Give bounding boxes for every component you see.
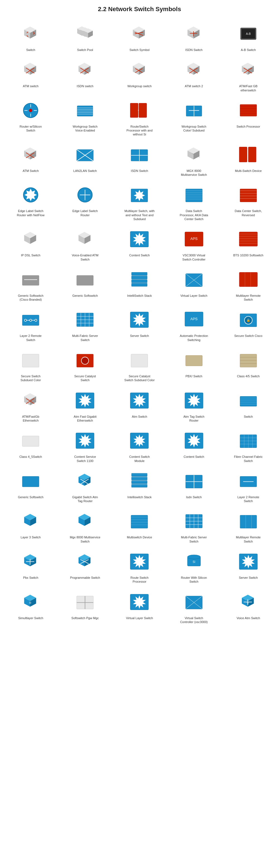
icon-wrap-64: [181, 508, 207, 534]
symbol-label-35: Multilayer Remote Switch: [233, 294, 264, 302]
symbol-item-56: Generic Softswitch: [4, 467, 57, 505]
symbol-label-73: Virtual Layer Switch: [126, 616, 153, 620]
svg-rect-162: [186, 355, 203, 366]
svg-rect-128: [76, 275, 93, 285]
symbol-label-16: ATM Switch: [23, 169, 39, 173]
symbol-label-3: Switch Symbol: [129, 48, 149, 52]
symbol-item-25: Data Center Switch, Reversed: [222, 181, 275, 222]
icon-wrap-52: [72, 428, 98, 453]
symbol-label-26: IP DSL Switch: [21, 253, 40, 257]
symbol-item-1: Switch: [4, 20, 57, 53]
icon-wrap-19: [181, 142, 207, 167]
symbol-item-61: Layer 3 Switch: [4, 507, 57, 545]
symbol-label-68: Route Switch Processor: [124, 576, 155, 584]
icon-wrap-30: [236, 226, 261, 252]
symbol-label-47: Atm Fast Gigabit Etherswitch: [70, 415, 100, 423]
icon-wrap-72: [72, 589, 98, 614]
symbol-label-46: ATM/FastGb Etherswitch: [15, 415, 46, 423]
icon-wrap-62: [72, 508, 98, 534]
symbol-label-59: Isdn Switch: [186, 495, 202, 499]
symbol-item-38: Server Switch: [113, 306, 166, 343]
symbol-item-23: Multilayer Switch, with and without Text…: [113, 181, 166, 222]
symbol-label-70: Server Switch: [239, 576, 258, 580]
symbol-item-29: APSVSC3000 Virtual Switch Controller: [167, 225, 220, 263]
svg-text:🔒: 🔒: [246, 318, 250, 322]
icon-wrap-51: [18, 428, 43, 453]
svg-point-244: [187, 555, 200, 559]
symbol-item-63: Multiswitch Device: [113, 507, 166, 545]
symbol-item-27: Voice-Enabled ATM Switch: [59, 225, 112, 263]
icon-wrap-47: [72, 388, 98, 413]
icon-wrap-21: [18, 182, 43, 207]
icon-wrap-38: [127, 307, 152, 332]
svg-rect-129: [131, 272, 147, 275]
icon-wrap-9: [181, 57, 207, 83]
svg-point-144: [35, 319, 37, 321]
symbol-label-36: Layer 2 Remote Switch: [15, 334, 46, 342]
svg-rect-132: [131, 283, 147, 286]
symbol-label-21: Edge Label Switch Router with NetFlow: [15, 209, 46, 217]
symbol-label-69: Router With Silicon Switch: [179, 576, 209, 584]
icon-wrap-22: [72, 182, 98, 207]
symbol-label-65: Multilayer Remote Switch: [233, 535, 264, 544]
symbol-label-30: BTS 10200 Softswitch: [233, 253, 264, 257]
icon-wrap-18: [127, 142, 152, 167]
symbol-item-10: ATM/Fast GB etherswitch: [222, 56, 275, 94]
symbol-label-64: Multi-Fabric Server Switch: [179, 535, 209, 544]
symbol-item-66: Pbx Switch: [4, 548, 57, 585]
icon-wrap-43: [127, 347, 152, 373]
icon-wrap-50: [236, 388, 261, 413]
symbol-label-67: Programmable Switch: [70, 576, 100, 580]
symbol-item-6: ATM switch: [4, 56, 57, 94]
icon-wrap-46: [18, 388, 43, 413]
symbol-item-17: LAN2LAN Switch: [59, 141, 112, 178]
symbol-item-13: Route/Switch Processor with and without …: [113, 96, 166, 138]
symbol-label-9: ATM switch 2: [185, 84, 203, 88]
icon-wrap-60: [236, 468, 261, 494]
svg-text:APS: APS: [190, 237, 197, 241]
svg-rect-158: [22, 354, 39, 367]
symbol-item-43: Secure Catalyst Switch Subdued Color: [113, 346, 166, 384]
symbol-label-13: Route/Switch Processor with and without …: [124, 125, 155, 136]
icon-wrap-68: [127, 549, 152, 574]
icon-wrap-29: APS: [181, 226, 207, 252]
icon-wrap-70: [236, 549, 261, 574]
symbol-label-34: Virtual Layer Switch: [180, 294, 207, 298]
symbol-label-53: Content Switch Module: [124, 455, 155, 463]
symbol-label-51: Class 4_5Switch: [19, 455, 42, 459]
symbol-item-53: Content Switch Module: [113, 427, 166, 464]
symbol-item-70: Server Switch: [222, 548, 275, 585]
symbol-label-50: Switch: [244, 415, 253, 418]
symbol-label-2: Switch Pool: [77, 48, 93, 52]
symbol-label-32: Generic Softswitch: [72, 294, 98, 298]
icon-wrap-54: [181, 428, 207, 453]
symbol-item-47: Atm Fast Gigabit Etherswitch: [59, 386, 112, 424]
svg-text:A-B: A-B: [246, 32, 251, 35]
symbol-item-22: Edge Label Switch Router: [59, 181, 112, 222]
symbol-item-40: 🔒Secure Switch Cisco: [222, 306, 275, 343]
svg-rect-161: [131, 354, 148, 367]
icon-wrap-35: [236, 267, 261, 292]
symbol-label-28: Content Switch: [129, 253, 150, 257]
symbol-label-33: IntelliSwitch Stack: [127, 294, 152, 298]
svg-rect-67: [139, 103, 147, 117]
icon-wrap-16: [18, 142, 43, 167]
symbol-label-44: PBX/ Switch: [185, 374, 203, 378]
symbol-label-43: Secure Catalyst Switch Subdued Color: [124, 374, 155, 382]
icon-wrap-1: [18, 21, 43, 46]
icon-wrap-28: [127, 226, 152, 252]
symbol-item-42: Secure Catalyst Switch: [59, 346, 112, 384]
symbol-item-8: Workgroup switch: [113, 56, 166, 94]
icon-wrap-15: [236, 98, 261, 123]
symbol-item-4: ISDN Switch: [167, 20, 220, 53]
symbol-item-59: Isdn Switch: [167, 467, 220, 505]
symbol-label-19: MGX 8000 Multiservice Switch: [179, 169, 209, 177]
symbol-label-37: Multi-Fabric Server Switch: [70, 334, 100, 342]
symbol-item-14: Workgroup Switch Color/ Subdued: [167, 96, 220, 138]
symbol-item-12: Workgroup Switch Voice-Enabled: [59, 96, 112, 138]
symbol-label-18: ISDN Switch: [131, 169, 148, 173]
symbol-label-1: Switch: [26, 48, 35, 52]
svg-rect-126: [22, 275, 39, 285]
symbol-item-51: Class 4_5Switch: [4, 427, 57, 464]
svg-rect-93: [239, 147, 247, 162]
